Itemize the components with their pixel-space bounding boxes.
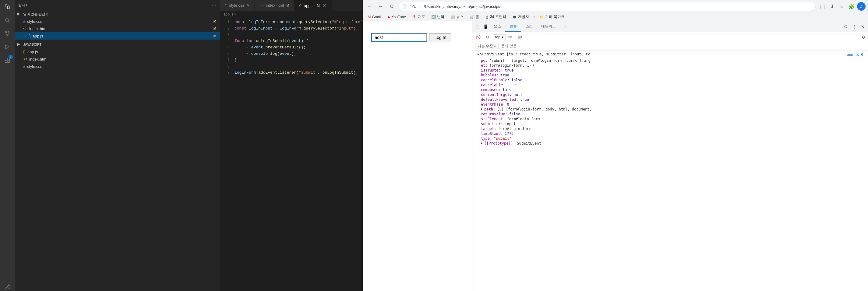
tab-style-css[interactable]: # style.css M [220, 0, 255, 11]
console-stop-btn[interactable]: ⊘ [484, 34, 491, 40]
bookmark-developer[interactable]: 💻 개발자 [510, 13, 531, 21]
tab-close-btn[interactable]: ✕ [322, 3, 327, 8]
tab-sources[interactable]: 소스 [521, 21, 537, 32]
console-level-selector[interactable]: 기본 수준 ▾ [475, 43, 499, 49]
prop-et: et: form#login-form, …} ℹ [475, 63, 866, 68]
breadcrumb: app.js > ... [220, 11, 363, 18]
code-line-4: 4 function onLogInSubmit(event) { [220, 38, 363, 44]
source-link[interactable]: app.js:6 [844, 52, 866, 57]
run-icon[interactable] [3, 43, 11, 51]
console-context-selector[interactable]: top ▾ [493, 34, 505, 40]
bookmark-youtube[interactable]: ▶ YouTube [385, 14, 408, 20]
js-tab-icon: {} [299, 4, 301, 7]
forward-button[interactable]: → [376, 2, 385, 11]
search-icon[interactable] [3, 16, 11, 24]
cast-icon[interactable]: ⬚ [818, 2, 827, 11]
bookmark-3d-printer[interactable]: 🖨 3d 프린터 [483, 13, 508, 21]
address-file-icon: 📄 [402, 4, 407, 9]
devtools-close-icon[interactable]: ✕ [859, 23, 867, 31]
html-tab-icon: <> [259, 4, 264, 7]
expand-arrow-icon[interactable]: ▼ [477, 53, 479, 56]
tab-app-js[interactable]: {} app.js M ✕ [294, 0, 332, 11]
console-gear-icon[interactable]: ⚙ [862, 35, 866, 39]
bookmarks-bar: M Gmail ▶ YouTube 📍 지도 🔤 번역 📰 뉴스 🛒 몰 [363, 13, 868, 21]
browser-toolbar-right: ⬚ ⬇ ☆ 🧩 J [818, 2, 866, 11]
bookmarks-separator: » [533, 15, 536, 19]
prop-info-icon[interactable]: ℹ [533, 63, 534, 67]
extension-puzzle-icon[interactable]: 🧩 [847, 2, 856, 11]
address-bar[interactable]: 📄 파일 | /Users/kimjaehwan/jaekim/project/… [398, 2, 816, 11]
code-line-6: 6 ···console.log(event); [220, 51, 363, 57]
devtools-tabs: ⬚ 📱 요소 콘솔 소스 네트워크 » ⚙ [472, 21, 868, 32]
address-separator: | [420, 4, 421, 8]
open-file-index-html[interactable]: <> index.html M [14, 25, 220, 32]
bookmark-news[interactable]: 📰 뉴스 [448, 13, 466, 21]
tab-index-html[interactable]: <> index.html M [255, 0, 294, 11]
sidebar-panel: 탐색기 ··· 열려 있는 편집기 # style.css M <> index… [14, 0, 220, 291]
devtools-more-icon[interactable]: ⋮ [850, 23, 858, 31]
code-line-5: 5 ···event.preventDefault(); [220, 44, 363, 51]
console-entry-submit-event: ▼ SubmitEvent {isTrusted: true, submitte… [472, 51, 868, 147]
svg-marker-7 [6, 45, 9, 49]
bookmark-translate[interactable]: 🔤 번역 [429, 13, 447, 21]
page-content: Log In [363, 21, 472, 291]
inspect-element-icon[interactable]: ⬚ [474, 23, 482, 31]
devtools-settings-icon[interactable]: ⚙ [842, 23, 850, 31]
js-file-icon: {} [28, 34, 31, 38]
tab-bar: # style.css M <> index.html M {} app.js … [220, 0, 363, 11]
reload-button[interactable]: ↻ [387, 2, 396, 11]
tab-network[interactable]: 네트워크 [537, 21, 560, 32]
back-button[interactable]: ← [365, 2, 374, 11]
browser: ← → ↻ 📄 파일 | /Users/kimjaehwan/jaekim/pr… [363, 0, 868, 291]
login-button[interactable]: Log In [429, 33, 452, 41]
console-entry-header: ▼ SubmitEvent {isTrusted: true, submitte… [475, 52, 866, 58]
code-line-1: 1 const logInForm = document.querySelect… [220, 19, 363, 26]
no-issues-label: 문제 없음 [501, 43, 517, 49]
tab-console[interactable]: 콘솔 [505, 21, 521, 32]
html-icon: <> [23, 57, 27, 61]
remote-icon[interactable] [3, 283, 11, 291]
device-toolbar-icon[interactable]: 📱 [482, 23, 490, 31]
console-filter-input[interactable] [515, 34, 859, 40]
console-eye-icon[interactable]: 👁 [508, 35, 512, 39]
code-editor[interactable]: 1 const logInForm = document.querySelect… [220, 18, 363, 291]
open-file-style-css[interactable]: # style.css M [14, 18, 220, 25]
prop-submitter: submitter: input [475, 122, 866, 126]
open-file-app-js[interactable]: ✕ {} app.js M [14, 32, 220, 39]
svg-rect-11 [5, 61, 7, 63]
bookmark-other[interactable]: 📁 기타 북마크 [537, 13, 567, 21]
prop-type: type: "submit" [475, 136, 866, 141]
prop-bubbles: bubbles: true [475, 73, 866, 77]
prop-target: target: form#login-form [475, 126, 866, 131]
profile-icon[interactable]: J [857, 2, 866, 11]
prop-timeStamp: timeStamp: 1773 [475, 131, 866, 136]
prop-cancelBubble: cancelBubble: false [475, 77, 866, 83]
project-file-style-css[interactable]: # style.css [14, 63, 220, 70]
path-expand-icon[interactable]: ▶ [481, 107, 483, 110]
editor-main: # style.css M <> index.html M {} app.js … [220, 0, 363, 291]
sidebar-more-btn[interactable]: ··· [212, 2, 216, 8]
prop-srcElement: srcElement: form#login-form [475, 117, 866, 122]
console-toolbar: 🚫 ⊘ top ▾ 👁 ⚙ [472, 32, 868, 42]
svg-marker-16 [17, 43, 20, 46]
bookmark-mall[interactable]: 🛒 몰 [467, 13, 482, 21]
code-line-8: 8 [220, 64, 363, 70]
svg-rect-0 [5, 5, 7, 7]
source-control-icon[interactable] [3, 29, 11, 38]
css-icon: # [23, 64, 25, 68]
prototype-expand-icon[interactable]: ▶ [481, 141, 483, 144]
tab-more[interactable]: » [560, 21, 571, 32]
bookmark-gmail[interactable]: M Gmail [365, 14, 384, 20]
bookmark-maps[interactable]: 📍 지도 [410, 13, 428, 21]
console-clear-btn[interactable]: 🚫 [475, 34, 482, 40]
youtube-icon: ▶ [388, 15, 391, 19]
bookmark-icon[interactable]: ☆ [838, 2, 846, 11]
project-file-app-js[interactable]: {} app.js [14, 48, 220, 55]
login-input[interactable] [372, 33, 427, 41]
console-status-bar: 기본 수준 ▾ 문제 없음 [472, 42, 868, 51]
download-icon[interactable]: ⬇ [828, 2, 836, 11]
tab-elements[interactable]: 요소 [490, 21, 505, 32]
explorer-icon[interactable] [3, 2, 11, 11]
extensions-icon[interactable]: 3 [3, 56, 11, 65]
project-file-index-html[interactable]: <> index.html [14, 55, 220, 63]
